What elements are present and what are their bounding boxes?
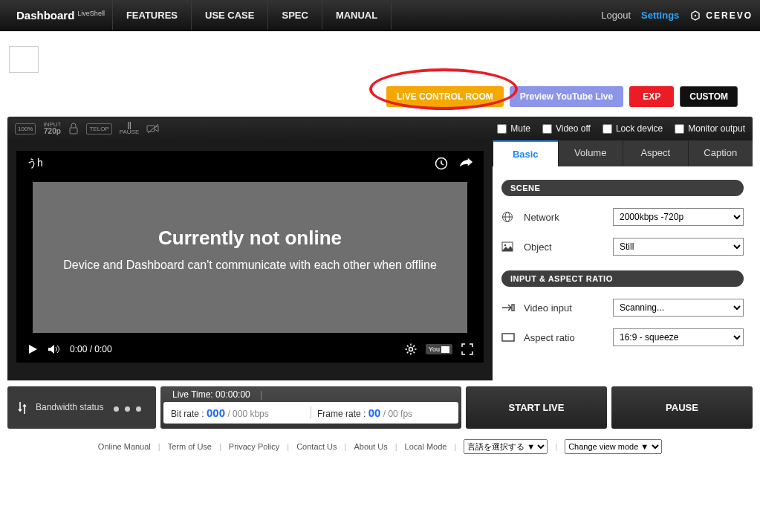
main-split: うh Currently not online Device and Dashb… [7, 140, 753, 380]
footer: Online Manual| Term of Use| Privacy Poli… [0, 439, 760, 454]
bandwidth-dots [111, 401, 144, 415]
network-select[interactable]: 2000kbps -720p [613, 208, 744, 226]
pause-button[interactable]: PAUSE [611, 386, 753, 429]
svg-point-18 [504, 244, 507, 247]
panel-body: SCENE Network 2000kbps -720p Object Stil… [493, 166, 753, 380]
svg-rect-21 [502, 334, 514, 341]
settings-link[interactable]: Settings [641, 10, 679, 21]
video-player: うh Currently not online Device and Dashb… [16, 151, 484, 363]
framerate-unit: / 00 fps [383, 409, 412, 419]
object-select[interactable]: Still [613, 238, 744, 256]
object-row: Object Still [501, 238, 744, 256]
footer-privacy-policy[interactable]: Privacy Policy [229, 442, 279, 451]
aspect-label: Aspect ratio [524, 332, 605, 343]
pause-indicator: || PAUSE [120, 122, 140, 135]
watch-later-icon[interactable] [435, 157, 448, 170]
lock-icon [68, 123, 79, 134]
video-controls: 0:00 / 0:00 You [16, 339, 484, 363]
tab-aspect[interactable]: Aspect [623, 140, 688, 166]
record-disabled-icon [146, 123, 160, 134]
video-offline-message: Currently not online Device and Dashboar… [33, 182, 467, 333]
nav-spec[interactable]: SPEC [267, 1, 321, 30]
scene-section-header: SCENE [501, 180, 744, 196]
framerate-cell: Frame rate : 00 / 00 fps [317, 406, 451, 419]
live-control-room-button[interactable]: LIVE CONTROL ROOM [386, 86, 504, 107]
video-title: うh [27, 157, 43, 170]
telop-indicator: TELOP [86, 123, 111, 134]
aspect-icon [501, 333, 516, 342]
tab-volume[interactable]: Volume [558, 140, 623, 166]
brand-logo: Dashboard LiveShell [16, 9, 105, 22]
footer-local-mode[interactable]: Local Mode [405, 442, 447, 451]
video-input-label: Video input [524, 302, 605, 314]
input-res-indicator: INPUT 720p [43, 122, 61, 135]
bitrate-max: / 000 kbps [227, 409, 268, 419]
input-section-header: INPUT & ASPECT RATIO [501, 270, 744, 287]
top-navbar: Dashboard LiveShell FEATURES USE CASE SP… [0, 0, 760, 31]
image-icon [501, 241, 516, 252]
nav-usecase[interactable]: USE CASE [191, 1, 267, 30]
volume-icon[interactable] [48, 343, 61, 355]
network-label: Network [524, 212, 605, 223]
play-icon[interactable] [27, 343, 39, 355]
footer-online-manual[interactable]: Online Manual [98, 442, 151, 451]
nav-links: FEATURES USE CASE SPEC MANUAL [112, 1, 392, 30]
footer-contact-us[interactable]: Contact Us [296, 442, 337, 451]
exp-button[interactable]: EXP [629, 86, 674, 107]
aspect-row: Aspect ratio 16:9 - squeeze [501, 328, 744, 346]
video-time: 0:00 / 0:00 [70, 344, 112, 354]
rate-row: Bit rate : 000 / 000 kbps Frame rate : 0… [163, 402, 458, 424]
device-toolbar: 100% INPUT 720p TELOP || PAUSE Mute Vide… [7, 117, 753, 140]
company-logo: CEREVO [689, 10, 753, 22]
thumbnail-placeholder [9, 46, 39, 73]
svg-rect-1 [70, 128, 77, 134]
svg-line-13 [413, 346, 415, 347]
object-label: Object [524, 241, 605, 253]
live-time-row: Live Time: 00:00:00 | [160, 389, 461, 402]
bitrate-value: 000 [207, 406, 225, 419]
language-select[interactable]: 言語を選択する ▼ [464, 439, 548, 454]
mode-bar: LIVE CONTROL ROOM Preview YouTube Live E… [0, 73, 760, 114]
footer-term-of-use[interactable]: Term of Use [168, 442, 212, 451]
youtube-badge[interactable]: You [426, 344, 452, 354]
svg-point-5 [409, 348, 412, 351]
tab-caption[interactable]: Caption [688, 140, 753, 166]
logout-link[interactable]: Logout [601, 10, 631, 21]
svg-point-0 [695, 14, 696, 16]
svg-rect-20 [512, 305, 514, 311]
share-icon[interactable] [458, 157, 473, 169]
settings-panel: Basic Volume Aspect Caption SCENE Networ… [493, 140, 753, 380]
lock-device-checkbox[interactable]: Lock device [603, 123, 663, 134]
tab-basic[interactable]: Basic [493, 140, 558, 166]
video-header: うh [16, 151, 484, 176]
video-area: うh Currently not online Device and Dashb… [7, 140, 493, 380]
stream-stats: Live Time: 00:00:00 | Bit rate : 000 / 0… [160, 386, 461, 429]
mute-checkbox[interactable]: Mute [497, 123, 530, 134]
brand-title: Dashboard [16, 9, 74, 22]
battery-indicator: 100% [15, 123, 36, 134]
brand-subtitle: LiveShell [77, 10, 105, 17]
aspect-select[interactable]: 16:9 - squeeze [613, 328, 744, 346]
svg-line-11 [413, 352, 415, 354]
video-input-select[interactable]: Scanning... [613, 299, 744, 317]
monitor-output-checkbox[interactable]: Monitor output [675, 123, 745, 134]
svg-line-10 [407, 346, 409, 347]
live-time-label: Live Time: [172, 389, 213, 400]
panel-tabs: Basic Volume Aspect Caption [493, 140, 753, 166]
preview-youtube-button[interactable]: Preview YouTube Live [510, 86, 623, 107]
bandwidth-icon [16, 400, 28, 415]
video-off-checkbox[interactable]: Video off [542, 123, 591, 134]
custom-button[interactable]: CUSTOM [680, 86, 738, 107]
footer-about-us[interactable]: About Us [354, 442, 387, 451]
video-input-row: Video input Scanning... [501, 299, 744, 317]
start-live-button[interactable]: START LIVE [466, 386, 607, 429]
fullscreen-icon[interactable] [461, 343, 473, 355]
dashboard: 100% INPUT 720p TELOP || PAUSE Mute Vide… [7, 117, 753, 380]
action-buttons: START LIVE PAUSE [466, 386, 753, 429]
network-row: Network 2000kbps -720p [501, 208, 744, 226]
settings-gear-icon[interactable] [405, 343, 417, 355]
bandwidth-label: Bandwidth status [36, 402, 103, 412]
nav-features[interactable]: FEATURES [112, 1, 191, 30]
view-mode-select[interactable]: Change view mode ▼ [565, 439, 662, 454]
nav-manual[interactable]: MANUAL [322, 1, 392, 30]
